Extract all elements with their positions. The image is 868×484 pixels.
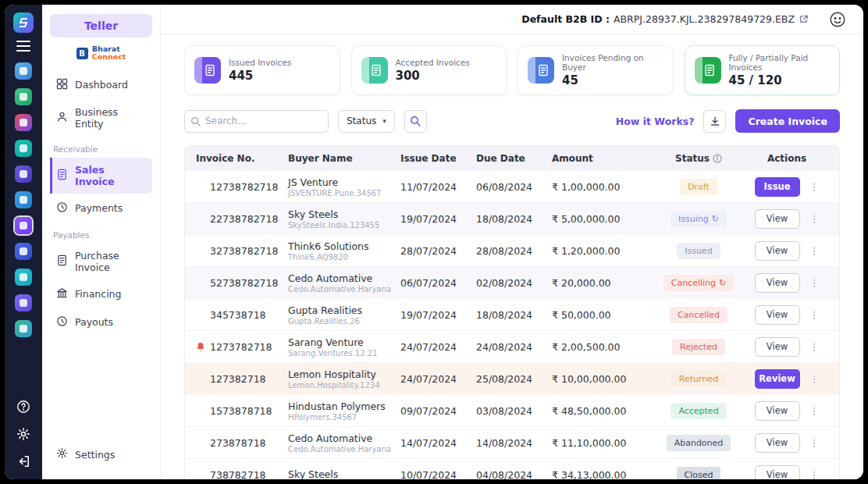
app-icon-8[interactable] — [15, 243, 32, 260]
row-invoice-no: 52738782718 — [210, 277, 278, 289]
app-icon-5[interactable] — [15, 165, 32, 183]
row-buyer-name: Sky Steels — [288, 468, 400, 479]
row-issue-date: 19/07/2024 — [400, 309, 476, 321]
row-amount: ₹ 50,000.00 — [552, 309, 652, 321]
row-action-button[interactable]: View — [755, 273, 800, 293]
sidebar-item-financing[interactable]: Financing — [50, 281, 152, 308]
topbar: Default B2B ID : ABRPJ.28937.KJL.2382978… — [161, 5, 863, 34]
row-amount: ₹ 1,20,000.00 — [552, 245, 652, 257]
row-action-button[interactable]: Review — [755, 369, 800, 389]
kebab-menu-icon[interactable]: ⋮ — [809, 341, 820, 353]
col-due-date: Due Date — [476, 153, 552, 164]
app-icon-4[interactable] — [15, 140, 32, 157]
app-icon-1[interactable] — [15, 62, 32, 80]
sidebar-item-business-entity[interactable]: Business Entity — [50, 100, 152, 136]
app-icon-9[interactable] — [15, 269, 32, 286]
status-label: Issued — [685, 246, 712, 256]
kebab-menu-icon[interactable]: ⋮ — [809, 213, 820, 225]
how-it-works-link[interactable]: How it Works? — [616, 116, 695, 127]
person-icon — [56, 111, 68, 125]
invoices-table: Invoice No. Buyer Name Issue Date Due Da… — [184, 145, 840, 479]
create-invoice-button[interactable]: Create Invoice — [735, 109, 840, 133]
row-amount: ₹ 5,00,000.00 — [552, 213, 652, 225]
row-buyer-sub: SkySteels.India.123455 — [288, 221, 400, 230]
menu-icon[interactable] — [16, 41, 30, 52]
status-label: Cancelled — [678, 310, 720, 320]
clock-icon — [56, 201, 68, 215]
app-icon-6[interactable] — [15, 191, 32, 208]
rail-settings-icon[interactable] — [15, 425, 32, 443]
row-buyer-name: Gupta Realities — [288, 304, 400, 316]
col-invoice-no: Invoice No. — [196, 153, 288, 164]
row-due-date: 18/08/2024 — [476, 309, 552, 321]
search-button[interactable] — [404, 110, 427, 133]
row-action-button[interactable]: View — [755, 305, 800, 325]
kebab-menu-icon[interactable]: ⋮ — [809, 405, 820, 417]
invoice-icon — [56, 254, 68, 269]
app-icon-2[interactable] — [15, 88, 32, 105]
kebab-menu-icon[interactable]: ⋮ — [809, 309, 820, 321]
table-row[interactable]: 52738782718 Cedo Automative Cedo.Automat… — [185, 266, 839, 298]
kebab-menu-icon[interactable]: ⋮ — [809, 181, 820, 193]
logout-icon[interactable] — [15, 453, 32, 470]
row-buyer-name: Sky Steels — [288, 208, 400, 220]
row-action-button[interactable]: View — [755, 465, 800, 480]
user-avatar[interactable] — [829, 11, 846, 28]
status-label: Draft — [688, 182, 710, 192]
external-link-icon[interactable] — [799, 14, 809, 24]
bank-icon — [56, 287, 68, 301]
app-icon-7[interactable] — [15, 217, 32, 234]
table-row[interactable]: 127382718 Lemon Hospitality Lemon.Hospit… — [185, 362, 839, 394]
row-buyer-sub: Lemon.Hospitality.1234 — [288, 381, 400, 390]
row-issue-date: 14/07/2024 — [400, 437, 476, 449]
row-action-button[interactable]: View — [755, 241, 800, 261]
bell-icon — [196, 342, 205, 352]
status-badge: Draft — [680, 179, 717, 195]
help-icon[interactable] — [15, 398, 32, 415]
sidebar-item-dashboard[interactable]: Dashboard — [50, 72, 152, 98]
row-action-button[interactable]: View — [755, 337, 800, 357]
col-amount: Amount — [552, 153, 652, 164]
table-row[interactable]: 1273782718 Sarang Venture Sarang.Venture… — [185, 330, 839, 362]
paid-invoices-icon — [695, 57, 721, 84]
app-window: Teller B Bharat Connect Dashboard Busine… — [5, 5, 863, 479]
kebab-menu-icon[interactable]: ⋮ — [809, 245, 820, 257]
row-invoice-no: 1273782718 — [210, 341, 272, 353]
gear-icon — [56, 447, 68, 461]
table-row[interactable]: 1573878718 Hindustan Polymers HPolymers.… — [185, 394, 839, 426]
col-status: Status — [652, 153, 745, 164]
row-buyer-sub: Gupta.Realities.26 — [288, 317, 400, 326]
app-icon-10[interactable] — [15, 294, 32, 311]
table-row[interactable]: 738782718 Sky Steels 10/07/2024 04/08/20… — [185, 458, 839, 479]
table-row[interactable]: 22738782718 Sky Steels SkySteels.India.1… — [185, 202, 839, 234]
kebab-menu-icon[interactable]: ⋮ — [809, 277, 820, 289]
row-due-date: 24/08/2024 — [476, 341, 552, 353]
row-due-date: 04/08/2024 — [476, 469, 552, 480]
sidebar-item-payouts[interactable]: Payouts — [50, 309, 152, 336]
row-action-button[interactable]: View — [755, 433, 800, 453]
search-input[interactable] — [184, 110, 329, 133]
row-issue-date: 09/07/2024 — [400, 405, 476, 417]
sidebar-item-payments[interactable]: Payments — [50, 195, 152, 222]
row-action-button[interactable]: View — [755, 401, 800, 421]
kebab-menu-icon[interactable]: ⋮ — [809, 437, 820, 449]
main-area: Default B2B ID : ABRPJ.28937.KJL.2382978… — [161, 5, 863, 479]
sidebar-item-sales-invoice[interactable]: Sales Invoice — [50, 158, 152, 194]
row-action-button[interactable]: View — [755, 209, 800, 229]
kebab-menu-icon[interactable]: ⋮ — [809, 469, 820, 480]
app-icon-11[interactable] — [15, 320, 32, 337]
table-row[interactable]: 32738782718 Think6 Solutions Think6.AQ98… — [185, 234, 839, 266]
status-filter-dropdown[interactable]: Status ▾ — [338, 110, 395, 133]
table-row[interactable]: 345738718 Gupta Realities Gupta.Realitie… — [185, 298, 839, 330]
table-row[interactable]: 273878718 Cedo Automative Cedo.Automativ… — [185, 426, 839, 458]
table-row[interactable]: 12738782718 JS Venture JSVENTURE.Pune.34… — [185, 170, 839, 202]
sidebar-item-settings[interactable]: Settings — [50, 441, 152, 468]
download-button[interactable] — [703, 110, 726, 133]
card-value: 45 / 120 — [729, 73, 831, 87]
app-icon-3[interactable] — [15, 114, 32, 131]
row-buyer-name: Hindustan Polymers — [288, 400, 400, 412]
row-action-button[interactable]: Issue — [755, 177, 800, 197]
sidebar-item-purchase-invoice[interactable]: Purchase Invoice — [50, 244, 152, 279]
kebab-menu-icon[interactable]: ⋮ — [809, 373, 820, 385]
info-icon[interactable] — [713, 154, 722, 163]
